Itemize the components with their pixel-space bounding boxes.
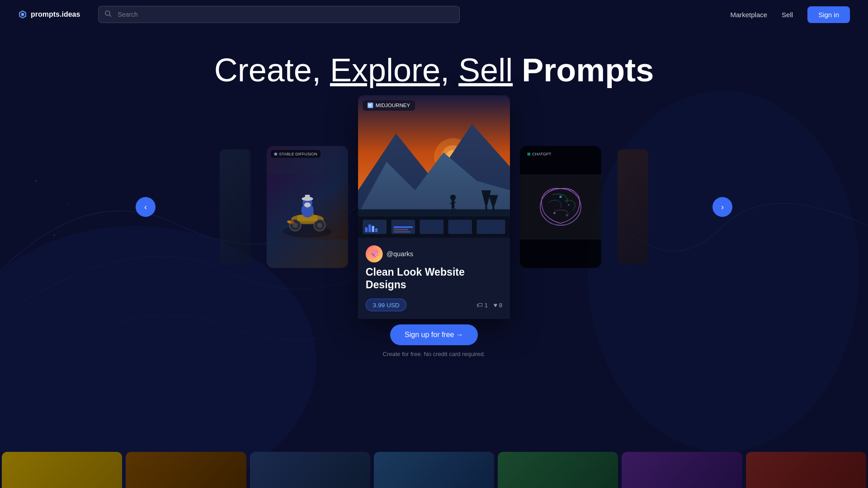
center-author-name: @quarks bbox=[387, 250, 413, 258]
search-icon bbox=[104, 10, 112, 19]
category-item-4[interactable] bbox=[374, 452, 494, 488]
svg-rect-50 bbox=[368, 225, 371, 232]
category-item-5[interactable] bbox=[498, 452, 618, 488]
svg-rect-58 bbox=[520, 174, 601, 239]
midjourney-badge-text: MIDJOURNEY bbox=[376, 103, 410, 108]
svg-text:M: M bbox=[368, 103, 372, 108]
hero-title-prompts: Prompts bbox=[522, 52, 654, 88]
sd-badge: STABLE DIFFUSION bbox=[271, 150, 321, 158]
center-stats: 🏷 1 ♥ 8 bbox=[476, 301, 502, 309]
marketplace-link[interactable]: Marketplace bbox=[730, 11, 767, 19]
card-far-right bbox=[618, 150, 648, 265]
signup-subtext: Create for free. No credit card required… bbox=[0, 351, 868, 357]
center-card-image: M MIDJOURNEY bbox=[358, 95, 510, 238]
categories-row bbox=[0, 452, 868, 488]
svg-rect-53 bbox=[394, 226, 413, 228]
card-sd-image: STABLE DIFFUSION bbox=[267, 146, 348, 268]
center-likes-stat: ♥ 8 bbox=[494, 301, 502, 309]
category-item-6[interactable] bbox=[622, 452, 742, 488]
svg-point-26 bbox=[274, 152, 277, 155]
svg-rect-36 bbox=[485, 207, 487, 212]
search-bar bbox=[98, 6, 460, 23]
svg-rect-39 bbox=[452, 200, 454, 208]
chatgpt-image: CHATGPT bbox=[520, 146, 601, 268]
svg-point-8 bbox=[105, 11, 110, 15]
svg-rect-55 bbox=[394, 231, 410, 232]
card-chatgpt[interactable]: CHATGPT 🧠 @Laxman1986 Age Based Weight a… bbox=[520, 146, 601, 268]
svg-rect-54 bbox=[394, 229, 408, 230]
card-midjourney-center[interactable]: M MIDJOURNEY 🦑 @quarks Clean Look Websit… bbox=[358, 95, 510, 319]
midjourney-badge: M MIDJOURNEY bbox=[363, 100, 415, 111]
navbar: prompts.ideas Marketplace Sell Sign in bbox=[0, 0, 868, 29]
center-card-body: 🦑 @quarks Clean Look Website Designs 3.9… bbox=[358, 238, 510, 319]
svg-point-7 bbox=[21, 13, 24, 16]
logo-text: prompts.ideas bbox=[31, 10, 80, 19]
center-price-badge: 3.99 USD bbox=[366, 299, 407, 311]
logo-icon bbox=[18, 10, 27, 19]
category-item-1[interactable] bbox=[2, 452, 122, 488]
center-card-author: 🦑 @quarks bbox=[366, 245, 502, 263]
signup-section: Sign up for free → Create for free. No c… bbox=[0, 324, 868, 357]
category-item-7[interactable] bbox=[746, 452, 866, 488]
card-far-left bbox=[220, 150, 250, 265]
center-card-footer: 3.99 USD 🏷 1 ♥ 8 bbox=[366, 299, 502, 311]
sd-badge-text: STABLE DIFFUSION bbox=[279, 152, 317, 156]
svg-rect-47 bbox=[448, 220, 472, 234]
svg-rect-46 bbox=[420, 220, 444, 234]
signup-button[interactable]: Sign up for free → bbox=[390, 324, 478, 345]
hero-title-explore: Explore, bbox=[330, 52, 449, 88]
hero-title-create: Create, bbox=[214, 52, 330, 88]
svg-rect-22 bbox=[305, 195, 310, 200]
hero-title: Create, Explore, Sell Prompts bbox=[0, 51, 868, 89]
svg-rect-64 bbox=[527, 152, 530, 155]
chatgpt-badge: CHATGPT bbox=[524, 150, 555, 158]
center-comments-stat: 🏷 1 bbox=[476, 301, 488, 309]
svg-rect-51 bbox=[372, 226, 374, 232]
signin-button[interactable]: Sign in bbox=[807, 6, 850, 23]
svg-rect-49 bbox=[365, 227, 368, 232]
hero-title-sell: Sell bbox=[458, 52, 513, 88]
nav-links: Marketplace Sell Sign in bbox=[730, 6, 850, 23]
category-item-3[interactable] bbox=[250, 452, 370, 488]
hero-section: Create, Explore, Sell Prompts bbox=[0, 29, 868, 89]
svg-rect-52 bbox=[375, 228, 377, 232]
sell-link[interactable]: Sell bbox=[782, 11, 793, 19]
card-stable-diffusion[interactable]: STABLE DIFFUSION 🎭 @Prompt-Master Crazy … bbox=[267, 146, 348, 268]
carousel-section: ‹ bbox=[0, 108, 868, 306]
center-author-avatar: 🦑 bbox=[366, 245, 383, 263]
svg-rect-48 bbox=[477, 220, 505, 234]
logo[interactable]: prompts.ideas bbox=[18, 10, 80, 19]
svg-line-9 bbox=[109, 15, 111, 17]
svg-rect-37 bbox=[492, 207, 494, 212]
category-item-2[interactable] bbox=[126, 452, 246, 488]
search-input[interactable] bbox=[98, 6, 460, 23]
carousel-track: STABLE DIFFUSION 🎭 @Prompt-Master Crazy … bbox=[0, 101, 868, 314]
chatgpt-badge-text: CHATGPT bbox=[532, 152, 551, 156]
center-card-title: Clean Look Website Designs bbox=[366, 266, 502, 291]
